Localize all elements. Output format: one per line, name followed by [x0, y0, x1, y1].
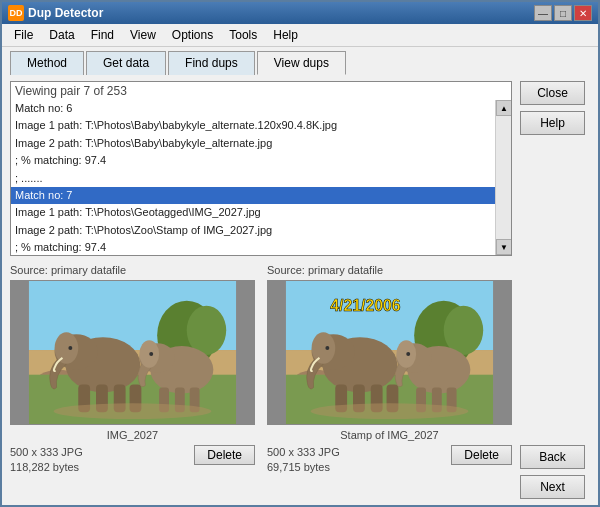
right-panel: Close Help Back Next [520, 81, 590, 499]
main-window: DD Dup Detector — □ ✕ File Data Find Vie… [0, 0, 600, 507]
menubar: File Data Find View Options Tools Help [2, 24, 598, 47]
image1-dimensions: 500 x 333 JPG [10, 445, 83, 460]
scroll-up-button[interactable]: ▲ [496, 100, 511, 116]
image2-box: 4/21/2006 [267, 280, 512, 425]
window-close-button[interactable]: ✕ [574, 5, 592, 21]
list-item[interactable]: ; % matching: 97.4 [11, 239, 495, 255]
image2-dimensions: 500 x 333 JPG [267, 445, 340, 460]
window-controls: — □ ✕ [534, 5, 592, 21]
next-button[interactable]: Next [520, 475, 585, 499]
list-item[interactable]: ; ....... [11, 170, 495, 187]
list-item[interactable]: Image 1 path: T:\Photos\Baby\babykyle_al… [11, 117, 495, 134]
list-scrollbar[interactable]: ▲ ▼ [495, 100, 511, 255]
images-row: Source: primary datafile [10, 264, 512, 499]
maximize-button[interactable]: □ [554, 5, 572, 21]
svg-point-45 [311, 403, 469, 419]
svg-point-37 [325, 346, 329, 350]
app-icon: DD [8, 5, 24, 21]
tab-get-data[interactable]: Get data [86, 51, 166, 75]
image2-panel: Source: primary datafile [267, 264, 512, 499]
image1-box [10, 280, 255, 425]
tab-method[interactable]: Method [10, 51, 84, 75]
scrollbar-track[interactable] [496, 116, 511, 239]
back-button[interactable]: Back [520, 445, 585, 469]
left-panel: Viewing pair 7 of 253 Match no: 6 Image … [10, 81, 512, 499]
menu-view[interactable]: View [122, 26, 164, 44]
svg-text:4/21/2006: 4/21/2006 [330, 297, 400, 314]
list-content[interactable]: Match no: 6 Image 1 path: T:\Photos\Baby… [11, 100, 495, 255]
list-item-selected[interactable]: Match no: 7 [11, 187, 495, 204]
menu-tools[interactable]: Tools [221, 26, 265, 44]
minimize-button[interactable]: — [534, 5, 552, 21]
list-item[interactable]: Match no: 6 [11, 100, 495, 117]
image1-actions: 500 x 333 JPG 118,282 bytes Delete [10, 445, 255, 476]
list-item[interactable]: Image 1 path: T:\Photos\Geotagged\IMG_20… [11, 204, 495, 221]
help-button[interactable]: Help [520, 111, 585, 135]
menu-help[interactable]: Help [265, 26, 306, 44]
viewing-label: Viewing pair 7 of 253 [11, 82, 511, 100]
svg-point-44 [406, 352, 410, 356]
image2-meta: 500 x 333 JPG 69,715 bytes [267, 445, 340, 476]
list-item[interactable]: Image 2 path: T:\Photos\Baby\babykyle_al… [11, 135, 495, 152]
tabs-row: Method Get data Find dups View dups [2, 47, 598, 75]
svg-point-32 [312, 332, 336, 364]
image2-actions: 500 x 333 JPG 69,715 bytes Delete [267, 445, 512, 476]
image2-source: Source: primary datafile [267, 264, 512, 276]
image2-delete-button[interactable]: Delete [451, 445, 512, 465]
svg-point-40 [396, 340, 416, 368]
window-title: Dup Detector [28, 6, 530, 20]
svg-point-14 [68, 346, 72, 350]
title-bar: DD Dup Detector — □ ✕ [2, 2, 598, 24]
scroll-down-button[interactable]: ▼ [496, 239, 511, 255]
menu-find[interactable]: Find [83, 26, 122, 44]
image1-filename: IMG_2027 [10, 429, 255, 441]
image1-source: Source: primary datafile [10, 264, 255, 276]
list-area: Match no: 6 Image 1 path: T:\Photos\Baby… [11, 100, 511, 255]
image1-panel: Source: primary datafile [10, 264, 255, 499]
image1-delete-button[interactable]: Delete [194, 445, 255, 465]
image1-filesize: 118,282 bytes [10, 460, 83, 475]
svg-point-21 [149, 352, 153, 356]
list-section: Viewing pair 7 of 253 Match no: 6 Image … [10, 81, 512, 256]
image1-meta: 500 x 333 JPG 118,282 bytes [10, 445, 83, 476]
tab-view-dups[interactable]: View dups [257, 51, 346, 75]
image2-filename: Stamp of IMG_2027 [267, 429, 512, 441]
close-button[interactable]: Close [520, 81, 585, 105]
main-content: Viewing pair 7 of 253 Match no: 6 Image … [2, 75, 598, 505]
svg-point-17 [139, 340, 159, 368]
svg-point-9 [55, 332, 79, 364]
svg-point-22 [54, 403, 212, 419]
image2-filesize: 69,715 bytes [267, 460, 340, 475]
menu-file[interactable]: File [6, 26, 41, 44]
list-item[interactable]: Image 2 path: T:\Photos\Zoo\Stamp of IMG… [11, 222, 495, 239]
tab-find-dups[interactable]: Find dups [168, 51, 255, 75]
menu-data[interactable]: Data [41, 26, 82, 44]
list-item[interactable]: ; % matching: 97.4 [11, 152, 495, 169]
menu-options[interactable]: Options [164, 26, 221, 44]
